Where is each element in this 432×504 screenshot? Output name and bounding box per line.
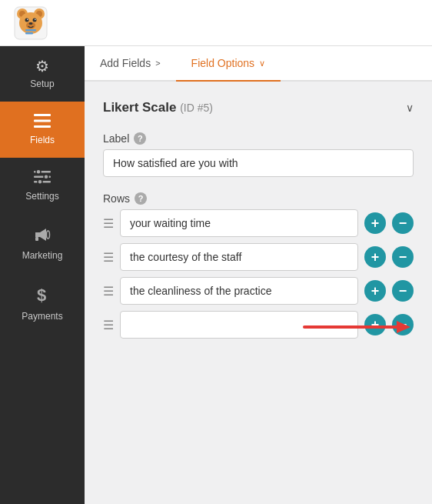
sidebar-item-setup[interactable]: ⚙ Setup: [0, 46, 85, 102]
top-bar: [0, 0, 432, 46]
add-fields-chevron: >: [155, 58, 160, 68]
field-title-row: Likert Scale (ID #5) ∨: [103, 97, 414, 118]
marketing-icon: [34, 226, 51, 245]
row-input-2[interactable]: [120, 243, 358, 271]
row-input-4[interactable]: [120, 311, 358, 339]
content-area: Add Fields > Field Options ∨ Likert Scal…: [85, 46, 432, 504]
sidebar-label-payments: Payments: [22, 311, 62, 322]
tab-bar: Add Fields > Field Options ∨: [85, 46, 432, 82]
row-input-1[interactable]: [120, 209, 358, 237]
sidebar-item-marketing[interactable]: Marketing: [0, 214, 85, 273]
sidebar-label-marketing: Marketing: [22, 250, 63, 261]
tab-add-fields[interactable]: Add Fields >: [85, 46, 176, 82]
row-add-btn-1[interactable]: +: [364, 212, 386, 234]
svg-rect-12: [25, 29, 36, 32]
row-item-4: ☰ + −: [103, 311, 414, 339]
drag-handle-1[interactable]: ☰: [103, 216, 114, 231]
svg-rect-15: [34, 120, 51, 122]
svg-point-6: [25, 18, 29, 22]
form-content: Likert Scale (ID #5) ∨ Label ? Rows ? ☰: [85, 82, 432, 504]
label-input[interactable]: [103, 149, 414, 177]
drag-handle-3[interactable]: ☰: [103, 284, 114, 299]
row-item-3: ☰ + −: [103, 277, 414, 305]
row-remove-btn-4[interactable]: −: [392, 314, 414, 335]
svg-point-21: [36, 170, 41, 174]
field-options-chevron: ∨: [259, 58, 265, 68]
svg-point-23: [38, 179, 42, 184]
row-add-btn-2[interactable]: +: [364, 246, 386, 268]
svg-rect-16: [34, 125, 51, 128]
tab-field-options-label: Field Options: [191, 57, 254, 69]
row-add-btn-3[interactable]: +: [364, 280, 386, 302]
sidebar-item-fields[interactable]: Fields: [0, 102, 85, 158]
field-id: (ID #5): [180, 102, 213, 114]
svg-point-22: [44, 175, 48, 179]
row-remove-btn-2[interactable]: −: [392, 246, 414, 268]
svg-rect-24: [35, 237, 38, 241]
rows-section-header: Rows ?: [103, 192, 414, 205]
field-title: Likert Scale (ID #5): [103, 100, 213, 115]
svg-point-25: [47, 231, 50, 239]
row-item-1: ☰ + −: [103, 209, 414, 237]
svg-point-11: [29, 22, 33, 25]
drag-handle-2[interactable]: ☰: [103, 250, 114, 265]
last-row-wrapper: ☰ + −: [103, 311, 414, 339]
field-collapse-icon[interactable]: ∨: [406, 102, 414, 114]
settings-icon: [34, 170, 51, 186]
sidebar-item-payments[interactable]: $ Payments: [0, 273, 85, 334]
rows-help-icon[interactable]: ?: [135, 192, 147, 205]
row-remove-btn-1[interactable]: −: [392, 212, 414, 234]
svg-point-8: [27, 18, 28, 20]
tab-add-fields-label: Add Fields: [100, 57, 151, 69]
field-type-name: Likert Scale: [103, 100, 176, 115]
sidebar-label-setup: Setup: [30, 78, 54, 89]
svg-point-7: [33, 18, 37, 22]
payments-icon: $: [35, 285, 50, 306]
fields-icon: [34, 114, 51, 130]
row-input-3[interactable]: [120, 277, 358, 305]
sidebar-label-settings: Settings: [25, 191, 58, 202]
drag-handle-4[interactable]: ☰: [103, 318, 114, 332]
label-section-header: Label ?: [103, 132, 414, 145]
svg-point-9: [35, 18, 36, 20]
sidebar: ⚙ Setup Fields: [0, 46, 85, 504]
sidebar-label-fields: Fields: [30, 135, 55, 145]
row-remove-btn-3[interactable]: −: [392, 280, 414, 302]
svg-text:$: $: [37, 285, 46, 304]
label-help-icon[interactable]: ?: [134, 132, 146, 145]
main-layout: ⚙ Setup Fields: [0, 46, 432, 504]
row-add-btn-4[interactable]: +: [364, 314, 386, 335]
gear-icon: ⚙: [35, 58, 49, 74]
logo-icon: [14, 6, 48, 40]
logo-area: [8, 4, 54, 42]
rows-section: Rows ? ☰ + − ☰ + −: [103, 192, 414, 339]
tab-field-options[interactable]: Field Options ∨: [176, 46, 281, 82]
rows-section-title: Rows: [103, 192, 130, 205]
label-section-title: Label: [103, 132, 129, 145]
svg-rect-13: [25, 32, 33, 35]
row-item-2: ☰ + −: [103, 243, 414, 271]
sidebar-item-settings[interactable]: Settings: [0, 158, 85, 214]
